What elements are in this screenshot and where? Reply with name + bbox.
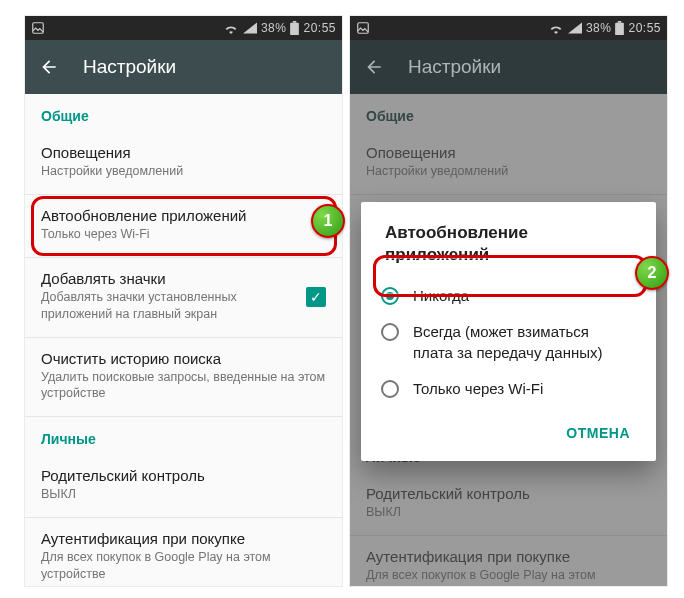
item-auth[interactable]: Аутентификация при покупке Для всех поку… [25, 518, 342, 586]
item-subtitle: Для всех покупок в Google Play на этом у… [41, 549, 326, 583]
battery-text: 38% [586, 21, 612, 35]
radio-label: Только через Wi-Fi [413, 379, 543, 399]
clock-text: 20:55 [303, 21, 336, 35]
item-clear-search[interactable]: Очистить историю поиска Удалить поисковы… [25, 338, 342, 417]
radio-option-never[interactable]: Никогда [365, 278, 652, 314]
step-badge-1: 1 [311, 204, 345, 238]
battery-text: 38% [261, 21, 287, 35]
section-header-general: Общие [25, 94, 342, 132]
radio-label: Всегда (может взиматься плата за передач… [413, 322, 632, 363]
item-title: Родительский контроль [41, 467, 326, 484]
picture-icon [31, 21, 45, 35]
status-bar: 38% 20:55 [350, 16, 667, 40]
settings-list: Общие Оповещения Настройки уведомлений А… [25, 94, 342, 586]
item-subtitle: Только через Wi-Fi [41, 226, 326, 243]
svg-rect-0 [33, 23, 44, 34]
screenshot-left: 38% 20:55 Настройки Общие Оповещения Нас… [25, 16, 342, 586]
step-badge-2: 2 [635, 256, 669, 290]
status-bar: 38% 20:55 [25, 16, 342, 40]
svg-rect-2 [293, 21, 297, 23]
signal-icon [243, 22, 257, 34]
wifi-icon [223, 22, 239, 34]
picture-icon [356, 21, 370, 35]
autoupdate-dialog: Автообновление приложений Никогда Всегда… [361, 202, 656, 461]
svg-rect-1 [291, 23, 300, 35]
svg-rect-5 [618, 21, 622, 23]
page-title: Настройки [408, 56, 501, 78]
app-bar: Настройки [350, 40, 667, 94]
svg-rect-3 [358, 23, 369, 34]
battery-icon [615, 21, 624, 35]
item-subtitle: Удалить поисковые запросы, введенные на … [41, 369, 326, 403]
item-subtitle: Настройки уведомлений [41, 163, 326, 180]
radio-unselected-icon [381, 323, 399, 341]
item-title: Очистить историю поиска [41, 350, 326, 367]
radio-unselected-icon [381, 380, 399, 398]
item-autoupdate[interactable]: Автообновление приложений Только через W… [25, 195, 342, 257]
wifi-icon [548, 22, 564, 34]
cancel-button[interactable]: ОТМЕНА [556, 417, 640, 449]
battery-icon [290, 21, 299, 35]
dialog-actions: ОТМЕНА [365, 407, 652, 453]
item-subtitle: Добавлять значки установленных приложени… [41, 289, 281, 323]
back-icon[interactable] [364, 57, 384, 77]
app-bar: Настройки [25, 40, 342, 94]
item-add-icons[interactable]: Добавлять значки Добавлять значки устано… [25, 258, 342, 337]
radio-option-always[interactable]: Всегда (может взиматься плата за передач… [365, 314, 652, 371]
dialog-title: Автообновление приложений [365, 222, 652, 278]
item-title: Оповещения [41, 144, 326, 161]
clock-text: 20:55 [628, 21, 661, 35]
screenshot-right: 38% 20:55 Настройки Общие Оповещения Нас… [350, 16, 667, 586]
item-title: Добавлять значки [41, 270, 326, 287]
item-title: Автообновление приложений [41, 207, 326, 224]
page-title: Настройки [83, 56, 176, 78]
radio-label: Никогда [413, 286, 469, 306]
settings-list-dimmed: Общие Оповещения Настройки уведомлений Л… [350, 94, 667, 586]
item-parental[interactable]: Родительский контроль ВЫКЛ [25, 455, 342, 517]
back-icon[interactable] [39, 57, 59, 77]
section-header-personal: Личные [25, 417, 342, 455]
item-title: Аутентификация при покупке [41, 530, 326, 547]
item-subtitle: ВЫКЛ [41, 486, 326, 503]
radio-selected-icon [381, 287, 399, 305]
radio-option-wifi[interactable]: Только через Wi-Fi [365, 371, 652, 407]
checkbox-checked-icon[interactable]: ✓ [306, 287, 326, 307]
svg-rect-4 [616, 23, 625, 35]
item-notifications[interactable]: Оповещения Настройки уведомлений [25, 132, 342, 194]
signal-icon [568, 22, 582, 34]
